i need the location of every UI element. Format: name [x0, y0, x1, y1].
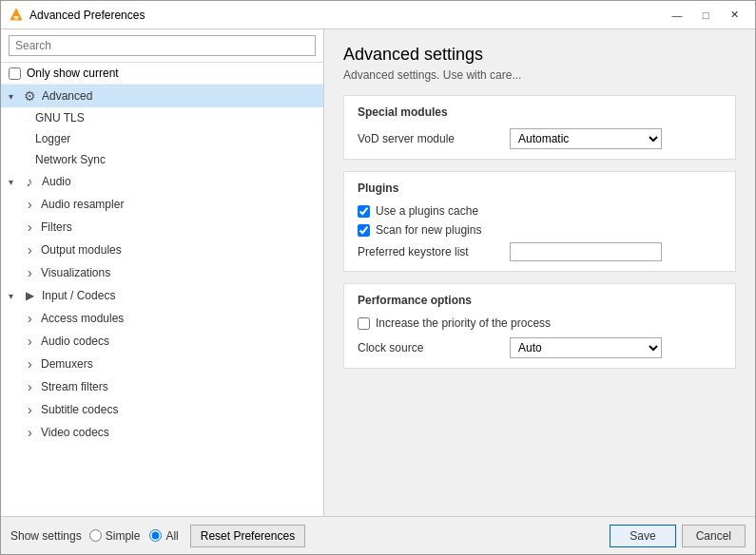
tree-item-network-sync[interactable]: Network Sync: [1, 149, 323, 170]
tree-item-demuxers[interactable]: Demuxers: [1, 353, 323, 375]
checkbox-row-priority: Increase the priority of the process: [358, 316, 722, 330]
tree-label-filters: Filters: [41, 220, 316, 234]
priority-checkbox[interactable]: [358, 317, 370, 330]
search-bar: [1, 29, 323, 63]
save-button[interactable]: Save: [610, 525, 675, 547]
main-window: Advanced Preferences — □ ✕ Only show cur…: [0, 0, 756, 555]
form-row-keystore: Preferred keystore list: [358, 242, 722, 261]
tree-label-audio-codecs: Audio codecs: [41, 335, 316, 348]
tree-item-access-modules[interactable]: Access modules: [1, 307, 323, 330]
vod-dropdown[interactable]: Automatic None Custom: [510, 128, 662, 149]
tree-label-logger: Logger: [35, 132, 316, 145]
show-settings-label: Show settings: [10, 529, 82, 543]
checkbox-row-scan-plugins: Scan for new plugins: [358, 223, 722, 237]
radio-all[interactable]: All: [149, 529, 178, 543]
keystore-input[interactable]: [510, 242, 662, 261]
plugins-cache-label: Use a plugins cache: [376, 204, 478, 218]
form-row-clock: Clock source Auto System POSIX: [358, 337, 722, 358]
clock-dropdown[interactable]: Auto System POSIX: [510, 337, 662, 358]
arrow-subtitle-codecs: [28, 402, 41, 417]
arrow-output-modules: [28, 242, 41, 258]
form-row-vod: VoD server module Automatic None Custom: [358, 128, 722, 149]
close-button[interactable]: ✕: [721, 6, 747, 25]
vod-label: VoD server module: [358, 132, 510, 145]
audio-icon: [22, 174, 37, 189]
title-bar: Advanced Preferences — □ ✕: [1, 1, 755, 29]
section-performance: Performance options Increase the priorit…: [343, 283, 736, 369]
tree-item-gnu-tls[interactable]: GNU TLS: [1, 107, 323, 128]
section-plugins: Plugins Use a plugins cache Scan for new…: [343, 171, 736, 272]
tree-label-video-codecs: Video codecs: [41, 426, 316, 439]
only-show-current-label: Only show current: [27, 67, 119, 80]
radio-all-input[interactable]: [149, 529, 162, 542]
radio-simple-label: Simple: [106, 529, 141, 543]
tree-item-advanced[interactable]: Advanced: [1, 85, 323, 107]
tree-label-access-modules: Access modules: [41, 312, 316, 325]
radio-group: Simple All: [89, 529, 179, 543]
checkbox-row-plugins-cache: Use a plugins cache: [358, 204, 722, 218]
bottom-bar: Show settings Simple All Reset Preferenc…: [1, 516, 755, 554]
priority-label: Increase the priority of the process: [376, 316, 551, 330]
tree-item-visualizations[interactable]: Visualizations: [1, 261, 323, 284]
arrow-stream-filters: [28, 379, 41, 394]
clock-label: Clock source: [358, 341, 510, 354]
main-content: Only show current Advanced GNU TLS Logge…: [1, 29, 755, 516]
reset-preferences-button[interactable]: Reset Preferences: [190, 525, 305, 547]
tree-label-gnu-tls: GNU TLS: [35, 111, 316, 124]
arrow-audio-resampler: [28, 197, 41, 212]
arrow-audio: [9, 177, 22, 187]
tree-label-stream-filters: Stream filters: [41, 380, 316, 393]
arrow-audio-codecs: [28, 334, 41, 349]
arrow-video-codecs: [28, 425, 41, 440]
tree-label-input-codecs: Input / Codecs: [42, 289, 316, 302]
tree-item-filters[interactable]: Filters: [1, 216, 323, 239]
section-title-plugins: Plugins: [358, 182, 722, 195]
page-title: Advanced settings: [343, 45, 736, 65]
gear-icon: [22, 88, 37, 104]
tree-area: Advanced GNU TLS Logger Network Sync: [1, 85, 323, 516]
tree-label-advanced: Advanced: [42, 89, 316, 103]
page-subtitle: Advanced settings. Use with care...: [343, 68, 736, 82]
vlc-icon: [9, 8, 24, 23]
minimize-button[interactable]: —: [664, 6, 690, 25]
right-panel: Advanced settings Advanced settings. Use…: [324, 29, 755, 516]
plugins-cache-checkbox[interactable]: [358, 205, 370, 218]
tree-item-subtitle-codecs[interactable]: Subtitle codecs: [1, 398, 323, 421]
tree-label-audio: Audio: [42, 175, 316, 188]
tree-item-output-modules[interactable]: Output modules: [1, 239, 323, 261]
radio-simple-input[interactable]: [89, 529, 102, 542]
svg-rect-1: [14, 16, 19, 18]
section-title-performance: Performance options: [358, 294, 722, 307]
arrow-demuxers: [28, 356, 41, 372]
scan-plugins-checkbox[interactable]: [358, 224, 370, 237]
only-show-current-checkbox[interactable]: [9, 67, 21, 80]
svg-rect-2: [14, 18, 18, 19]
tree-label-demuxers: Demuxers: [41, 357, 316, 371]
tree-item-stream-filters[interactable]: Stream filters: [1, 375, 323, 398]
tree-item-video-codecs[interactable]: Video codecs: [1, 421, 323, 444]
codec-icon: [22, 288, 37, 303]
tree-label-network-sync: Network Sync: [35, 153, 316, 166]
tree-item-input-codecs[interactable]: Input / Codecs: [1, 284, 323, 307]
cancel-button[interactable]: Cancel: [682, 525, 746, 547]
arrow-advanced: [9, 91, 22, 102]
search-input[interactable]: [9, 35, 316, 56]
scan-plugins-label: Scan for new plugins: [376, 223, 481, 237]
maximize-button[interactable]: □: [692, 6, 719, 25]
tree-label-visualizations: Visualizations: [41, 266, 316, 279]
keystore-label: Preferred keystore list: [358, 245, 510, 258]
arrow-visualizations: [28, 265, 41, 280]
radio-all-label: All: [165, 529, 178, 543]
tree-item-audio-resampler[interactable]: Audio resampler: [1, 193, 323, 216]
radio-simple[interactable]: Simple: [89, 529, 141, 543]
tree-label-audio-resampler: Audio resampler: [41, 198, 316, 211]
window-controls: — □ ✕: [664, 6, 747, 25]
arrow-filters: [28, 220, 41, 235]
tree-item-audio-codecs[interactable]: Audio codecs: [1, 330, 323, 353]
arrow-input-codecs: [9, 291, 22, 301]
tree-item-audio[interactable]: Audio: [1, 170, 323, 193]
tree-item-logger[interactable]: Logger: [1, 128, 323, 149]
only-show-current-row: Only show current: [1, 63, 323, 85]
tree-label-subtitle-codecs: Subtitle codecs: [41, 403, 316, 416]
tree-label-output-modules: Output modules: [41, 243, 316, 257]
